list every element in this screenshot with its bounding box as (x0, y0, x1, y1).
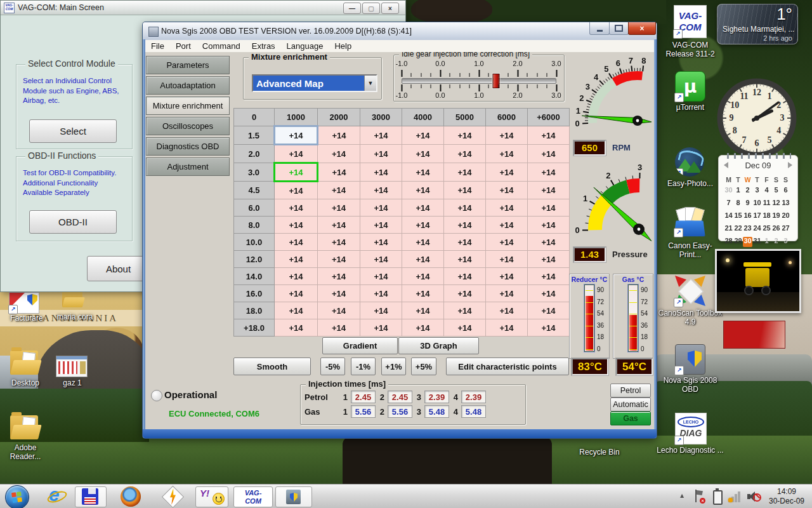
nova-minimize-button[interactable] (589, 22, 610, 35)
calendar-day[interactable]: 25 (762, 224, 771, 234)
map-cell[interactable]: +14 (402, 145, 444, 163)
map-cell[interactable]: +14 (318, 126, 360, 145)
sidebar-adjustment[interactable]: Adjustment (146, 157, 230, 176)
map-cell[interactable]: +14 (444, 302, 486, 319)
automatic-button[interactable]: Automatic (610, 398, 651, 411)
network-tray-icon[interactable] (728, 491, 742, 502)
map-cell[interactable]: +14 (444, 234, 486, 251)
map-cell[interactable]: +14 (528, 234, 570, 251)
map-cell[interactable]: +14 (444, 163, 486, 182)
map-cell[interactable]: +14 (360, 126, 402, 145)
graph-3d-button[interactable]: 3D Graph (398, 337, 479, 354)
map-cell[interactable]: +14 (275, 268, 318, 285)
vagcom-titlebar[interactable]: VAG-COM VAG-COM: Main Screen — ▢ × (1, 1, 405, 15)
map-cell[interactable]: +14 (275, 163, 318, 182)
vagcom-maximize-button[interactable]: ▢ (362, 3, 380, 14)
calendar-day[interactable]: 21 (724, 224, 733, 234)
desktop-icon-canon-easyprint[interactable]: ↗ Canon Easy-Print... (658, 204, 722, 265)
clock-widget[interactable]: 123456789101112 (716, 77, 797, 159)
calendar-day[interactable]: 29 (733, 237, 743, 247)
map-cell[interactable]: +14 (444, 145, 486, 163)
calendar-day[interactable]: 2 (771, 237, 781, 247)
calendar-day[interactable]: 19 (771, 211, 781, 222)
calendar-day[interactable]: 3 (752, 186, 762, 196)
map-cell[interactable]: +14 (402, 126, 444, 145)
calendar-day[interactable]: 24 (752, 224, 762, 234)
menu-file[interactable]: File (145, 41, 170, 51)
sidebar-diagnostics-obd[interactable]: Diagnostics OBD (146, 137, 230, 156)
vagcom-taskbar-button[interactable]: VAG- COM (233, 486, 273, 507)
map-select-combobox[interactable]: Advanced Map ▼ (252, 74, 377, 92)
map-cell[interactable]: +14 (486, 302, 528, 319)
vagcom-close-button[interactable]: × (381, 3, 399, 14)
map-cell[interactable]: +14 (318, 163, 360, 182)
map-cell[interactable]: +14 (402, 182, 444, 199)
menu-language[interactable]: Language (281, 41, 329, 51)
calendar-day[interactable]: 16 (743, 211, 752, 222)
calendar-day[interactable]: 7 (724, 199, 733, 209)
gas-button[interactable]: Gas (610, 411, 651, 425)
plus1-button[interactable]: +1% (381, 358, 406, 375)
desktop-icon-facturare[interactable]: ↗ Facturare (6, 292, 47, 324)
edit-characteristic-points-button[interactable]: Edit characteristic points (446, 358, 569, 375)
desktop-icon-gaz1[interactable]: gaz 1 (52, 353, 93, 391)
map-cell[interactable]: +14 (528, 217, 570, 234)
map-cell[interactable]: +14 (486, 145, 528, 163)
nova-taskbar-button[interactable] (275, 486, 312, 507)
map-cell[interactable]: +14 (528, 182, 570, 199)
map-cell[interactable]: +14 (486, 163, 528, 182)
vagcom-minimize-button[interactable]: — (343, 3, 361, 14)
start-button[interactable] (5, 485, 29, 508)
sidebar-parameters[interactable]: Parameters (146, 56, 230, 74)
map-cell[interactable]: +14 (528, 285, 570, 302)
calendar-day[interactable]: 18 (762, 211, 771, 222)
map-cell[interactable]: +14 (486, 251, 528, 268)
map-cell[interactable]: +14 (318, 319, 360, 337)
desktop-icon-adobe-reader[interactable]: Adobe Reader... (3, 413, 48, 465)
calendar-day[interactable]: 27 (781, 224, 790, 234)
map-cell[interactable]: +14 (318, 268, 360, 285)
calendar-day[interactable]: 3 (781, 237, 790, 247)
minus1-button[interactable]: -1% (351, 358, 376, 375)
menu-port[interactable]: Port (170, 41, 197, 51)
map-cell[interactable]: +14 (275, 182, 318, 199)
map-cell[interactable]: +14 (275, 251, 318, 268)
obd2-button[interactable]: OBD-II (29, 210, 117, 234)
calendar-day[interactable]: 14 (724, 211, 733, 222)
tray-show-hidden-icon[interactable]: ▲ (680, 493, 684, 498)
map-cell[interactable]: +14 (402, 251, 444, 268)
map-cell[interactable]: +14 (318, 285, 360, 302)
map-cell[interactable]: +14 (360, 319, 402, 337)
about-button[interactable]: About (87, 256, 150, 281)
nova-close-button[interactable]: × (628, 22, 656, 35)
map-cell[interactable]: +14 (360, 145, 402, 163)
gradient-button[interactable]: Gradient (322, 337, 398, 354)
nova-maximize-button[interactable] (609, 22, 629, 35)
map-cell[interactable]: +14 (275, 199, 318, 217)
sidebar-mixture-enrichment[interactable]: Mixture enrichment (146, 97, 230, 115)
map-cell[interactable]: +14 (360, 217, 402, 234)
map-cell[interactable]: +14 (528, 199, 570, 217)
map-cell[interactable]: +14 (528, 126, 570, 145)
calendar-day[interactable]: 9 (743, 199, 752, 209)
calendar-day[interactable]: 4 (762, 186, 771, 196)
map-cell[interactable]: +14 (360, 163, 402, 182)
map-cell[interactable]: +14 (444, 199, 486, 217)
map-cell[interactable]: +14 (360, 182, 402, 199)
combobox-dropdown-icon[interactable]: ▼ (364, 76, 376, 91)
map-cell[interactable]: +14 (486, 319, 528, 337)
map-cell[interactable]: +14 (318, 302, 360, 319)
calendar-day[interactable]: 26 (771, 224, 781, 234)
map-cell[interactable]: +14 (318, 217, 360, 234)
map-cell[interactable]: +14 (402, 163, 444, 182)
map-cell[interactable]: +14 (444, 251, 486, 268)
select-button[interactable]: Select (29, 119, 117, 143)
map-cell[interactable]: +14 (486, 182, 528, 199)
map-cell[interactable]: +14 (275, 126, 318, 145)
ie-taskbar-icon[interactable]: e (46, 486, 67, 507)
map-cell[interactable]: +14 (444, 217, 486, 234)
recycle-bin[interactable]: Recycle Bin (558, 448, 641, 457)
map-cell[interactable]: +14 (360, 251, 402, 268)
map-cell[interactable]: +14 (318, 251, 360, 268)
minus5-button[interactable]: -5% (320, 358, 345, 375)
